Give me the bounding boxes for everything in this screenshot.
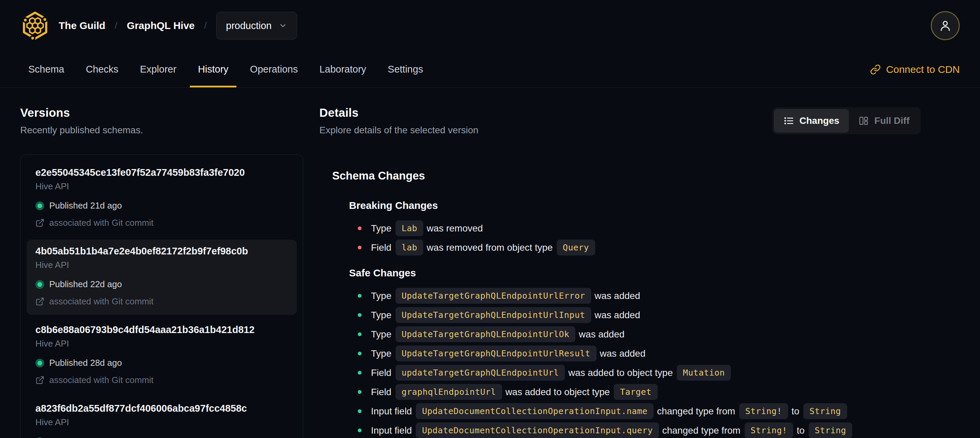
tab-laboratory[interactable]: Laboratory (311, 51, 374, 88)
bullet-icon (358, 390, 361, 394)
change-text: to (791, 406, 799, 417)
version-item[interactable]: 4b05ab51b1b4a7e2e4b0ef82172f2b9f7ef98c0b… (27, 240, 297, 315)
code-badge: String (803, 403, 847, 419)
details-subtitle: Explore details of the selected version (319, 125, 479, 135)
versions-title: Versions (20, 106, 303, 119)
bullet-icon (358, 409, 361, 413)
change-section-safe: Safe ChangesTypeUpdateTargetGraphQLEndpo… (332, 267, 921, 438)
code-badge: UpdateTargetGraphQLEndpointUrlResult (396, 346, 597, 362)
published-dot-icon (35, 359, 44, 368)
tab-schema[interactable]: Schema (20, 51, 72, 88)
tab-settings[interactable]: Settings (380, 51, 431, 88)
code-badge: UpdateTargetGraphQLEndpointUrlOk (396, 326, 576, 342)
external-link-icon (35, 376, 45, 385)
breadcrumb-project[interactable]: GraphQL Hive (127, 20, 194, 31)
change-item: FieldgraphqlEndpointUrlwas added to obje… (358, 382, 921, 401)
target-selector-value: production (226, 20, 272, 31)
details-panel: Details Explore details of the selected … (319, 106, 921, 438)
bullet-icon (358, 371, 361, 374)
tab-explorer[interactable]: Explorer (132, 51, 185, 88)
version-item[interactable]: c8b6e88a06793b9c4dfd54aaa21b36a1b421d812… (27, 318, 297, 393)
section-title: Safe Changes (349, 267, 921, 279)
code-badge: String! (745, 422, 794, 438)
change-text: Type (371, 310, 391, 320)
tab-checks[interactable]: Checks (78, 51, 126, 88)
change-text: was added (600, 348, 646, 359)
version-service: Hive API (35, 260, 288, 270)
user-icon (939, 19, 952, 32)
version-hash: 4b05ab51b1b4a7e2e4b0ef82172f2b9f7ef98c0b (35, 246, 288, 257)
published-dot-icon (35, 201, 44, 210)
code-badge: Mutation (677, 365, 731, 381)
change-item: Input fieldUpdateDocumentCollectionOpera… (358, 401, 921, 421)
change-list: TypeUpdateTargetGraphQLEndpointUrlErrorw… (349, 286, 921, 438)
version-status-text: Published 22d ago (49, 279, 122, 290)
bullet-icon (358, 226, 361, 230)
breadcrumb: The Guild / GraphQL Hive / production (59, 12, 297, 40)
code-badge: graphqlEndpointUrl (396, 384, 502, 400)
change-text: was added (595, 310, 640, 320)
version-hash: a823f6db2a55df877dcf406006abca97fcc4858c (35, 403, 288, 414)
code-badge: updateTargetGraphQLEndpointUrl (396, 365, 565, 381)
bullet-icon (358, 428, 361, 432)
version-git-link[interactable]: associated with Git commit (35, 296, 288, 307)
change-text: Field (371, 387, 391, 398)
change-text: Type (371, 223, 391, 234)
breadcrumb-org[interactable]: The Guild (59, 20, 105, 31)
version-git-link[interactable]: associated with Git commit (35, 218, 288, 228)
target-selector[interactable]: production (216, 12, 297, 40)
bullet-icon (358, 294, 361, 298)
change-text: Input field (371, 406, 412, 417)
tab-history[interactable]: History (190, 51, 236, 88)
version-service: Hive API (35, 181, 288, 192)
change-item: Input fieldUpdateDocumentCollectionOpera… (358, 421, 921, 438)
code-badge: String! (739, 403, 788, 419)
changes-view-label: Changes (800, 115, 839, 126)
versions-panel: Versions Recently published schemas. e2e… (20, 106, 303, 438)
change-text: to (797, 425, 804, 436)
code-badge: Target (614, 384, 657, 400)
external-link-icon (35, 297, 45, 306)
connect-to-cdn-link[interactable]: Connect to CDN (870, 51, 960, 88)
version-status-text: Published 21d ago (49, 201, 122, 211)
change-list: TypeLabwas removedFieldlabwas removed fr… (349, 219, 921, 257)
full-diff-view-label: Full Diff (875, 115, 910, 126)
change-item: TypeUpdateTargetGraphQLEndpointUrlOkwas … (358, 325, 921, 344)
user-menu-button[interactable] (931, 11, 960, 40)
breadcrumb-separator: / (204, 20, 207, 31)
change-item: TypeUpdateTargetGraphQLEndpointUrlErrorw… (358, 286, 921, 306)
version-git-text: associated with Git commit (49, 375, 153, 385)
schema-changes-section: Schema Changes Breaking ChangesTypeLabwa… (319, 169, 921, 438)
full-diff-view-button[interactable]: Full Diff (849, 109, 919, 132)
version-item[interactable]: e2e55045345ce13fe07f52a77459b83fa3fe7020… (27, 161, 297, 236)
diff-columns-icon (858, 115, 869, 126)
change-text: Type (371, 348, 391, 359)
code-badge: lab (396, 240, 423, 255)
change-text: was added (595, 290, 640, 301)
hive-logo-icon[interactable] (20, 11, 50, 40)
version-item[interactable]: a823f6db2a55df877dcf406006abca97fcc4858c… (27, 397, 297, 438)
details-title: Details (319, 106, 479, 119)
change-text: changed type from (657, 406, 735, 417)
change-text: Type (371, 329, 391, 340)
version-service: Hive API (35, 338, 288, 349)
app-header: The Guild / GraphQL Hive / production Sc… (0, 0, 980, 88)
change-text: was removed (426, 223, 483, 234)
view-toggle: Changes Full Diff (772, 107, 921, 134)
change-text: Input field (371, 425, 412, 436)
version-status: Published 28d ago (35, 358, 288, 368)
change-item: TypeUpdateTargetGraphQLEndpointUrlInputw… (358, 306, 921, 325)
schema-changes-title: Schema Changes (332, 169, 921, 182)
versions-subtitle: Recently published schemas. (20, 125, 303, 135)
version-git-link[interactable]: associated with Git commit (35, 375, 288, 385)
code-badge: Lab (396, 220, 423, 236)
bullet-icon (358, 313, 361, 317)
change-text: Field (371, 368, 391, 378)
code-badge: Query (557, 240, 595, 255)
tab-operations[interactable]: Operations (242, 51, 306, 88)
version-git-text: associated with Git commit (49, 296, 153, 307)
change-item: TypeUpdateTargetGraphQLEndpointUrlResult… (358, 344, 921, 363)
changes-view-button[interactable]: Changes (774, 109, 849, 132)
version-hash: c8b6e88a06793b9c4dfd54aaa21b36a1b421d812 (35, 324, 288, 335)
change-item: Fieldlabwas removed from object typeQuer… (358, 238, 921, 257)
